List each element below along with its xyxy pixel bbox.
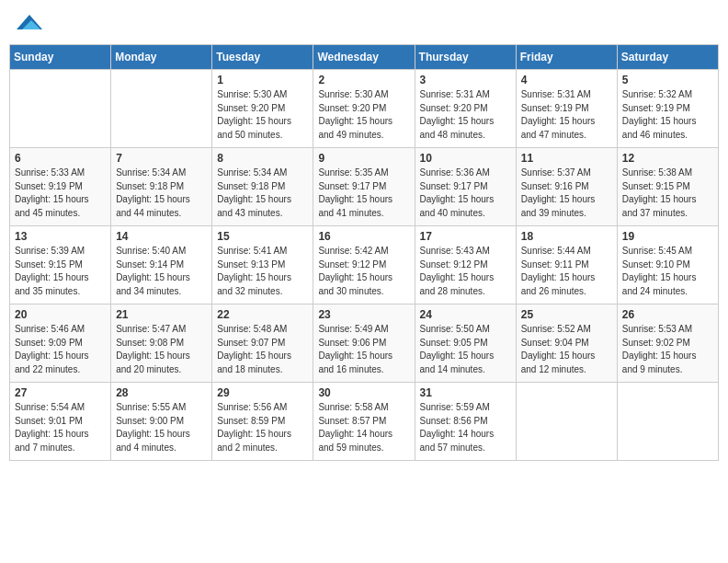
weekday-header-saturday: Saturday (617, 45, 718, 70)
day-info: Sunrise: 5:44 AMSunset: 9:11 PMDaylight:… (521, 245, 612, 298)
day-info: Sunrise: 5:45 AMSunset: 9:10 PMDaylight:… (622, 245, 713, 298)
calendar-cell: 19Sunrise: 5:45 AMSunset: 9:10 PMDayligh… (617, 226, 718, 304)
day-info: Sunrise: 5:32 AMSunset: 9:19 PMDaylight:… (622, 88, 713, 142)
calendar-cell: 6Sunrise: 5:33 AMSunset: 9:19 PMDaylight… (10, 148, 111, 226)
calendar-week-5: 27Sunrise: 5:54 AMSunset: 9:01 PMDayligh… (10, 383, 719, 461)
calendar-cell: 3Sunrise: 5:31 AMSunset: 9:20 PMDaylight… (415, 70, 516, 148)
day-info: Sunrise: 5:40 AMSunset: 9:14 PMDaylight:… (116, 245, 207, 298)
calendar-cell: 12Sunrise: 5:38 AMSunset: 9:15 PMDayligh… (617, 148, 718, 226)
day-number: 20 (15, 308, 106, 321)
day-number: 13 (15, 230, 106, 243)
day-info: Sunrise: 5:43 AMSunset: 9:12 PMDaylight:… (420, 245, 511, 298)
calendar-cell: 2Sunrise: 5:30 AMSunset: 9:20 PMDaylight… (313, 70, 415, 148)
weekday-header-tuesday: Tuesday (212, 45, 313, 70)
day-number: 27 (15, 386, 106, 399)
calendar-cell: 14Sunrise: 5:40 AMSunset: 9:14 PMDayligh… (111, 226, 212, 304)
calendar-cell: 25Sunrise: 5:52 AMSunset: 9:04 PMDayligh… (516, 304, 617, 383)
day-info: Sunrise: 5:56 AMSunset: 8:59 PMDaylight:… (217, 401, 308, 454)
day-number: 22 (217, 308, 308, 321)
weekday-header-monday: Monday (111, 45, 212, 70)
day-info: Sunrise: 5:55 AMSunset: 9:00 PMDaylight:… (116, 401, 207, 454)
day-info: Sunrise: 5:37 AMSunset: 9:16 PMDaylight:… (521, 167, 612, 220)
day-number: 23 (318, 308, 409, 321)
day-info: Sunrise: 5:54 AMSunset: 9:01 PMDaylight:… (15, 401, 106, 454)
day-info: Sunrise: 5:34 AMSunset: 9:18 PMDaylight:… (116, 167, 207, 220)
day-info: Sunrise: 5:39 AMSunset: 9:15 PMDaylight:… (15, 245, 106, 298)
calendar-cell (111, 70, 212, 148)
calendar-week-3: 13Sunrise: 5:39 AMSunset: 9:15 PMDayligh… (10, 226, 719, 304)
day-info: Sunrise: 5:38 AMSunset: 9:15 PMDaylight:… (622, 167, 713, 220)
calendar-week-1: 1Sunrise: 5:30 AMSunset: 9:20 PMDaylight… (10, 70, 719, 148)
day-number: 19 (622, 230, 713, 243)
calendar-cell: 28Sunrise: 5:55 AMSunset: 9:00 PMDayligh… (111, 383, 212, 461)
day-info: Sunrise: 5:41 AMSunset: 9:13 PMDaylight:… (217, 245, 308, 298)
day-info: Sunrise: 5:59 AMSunset: 8:56 PMDaylight:… (420, 401, 511, 454)
day-info: Sunrise: 5:31 AMSunset: 9:20 PMDaylight:… (420, 88, 511, 142)
day-info: Sunrise: 5:47 AMSunset: 9:08 PMDaylight:… (116, 323, 207, 376)
calendar-cell (10, 70, 111, 148)
day-number: 10 (420, 152, 511, 165)
calendar-cell: 31Sunrise: 5:59 AMSunset: 8:56 PMDayligh… (415, 383, 516, 461)
calendar-cell: 24Sunrise: 5:50 AMSunset: 9:05 PMDayligh… (415, 304, 516, 383)
calendar-cell: 23Sunrise: 5:49 AMSunset: 9:06 PMDayligh… (313, 304, 415, 383)
calendar-cell: 1Sunrise: 5:30 AMSunset: 9:20 PMDaylight… (212, 70, 313, 148)
calendar-cell: 16Sunrise: 5:42 AMSunset: 9:12 PMDayligh… (313, 226, 415, 304)
day-number: 28 (116, 386, 207, 399)
day-number: 4 (521, 74, 612, 86)
day-number: 18 (521, 230, 612, 243)
day-number: 17 (420, 230, 511, 243)
day-number: 26 (622, 308, 713, 321)
calendar-cell: 7Sunrise: 5:34 AMSunset: 9:18 PMDaylight… (111, 148, 212, 226)
calendar-cell: 18Sunrise: 5:44 AMSunset: 9:11 PMDayligh… (516, 226, 617, 304)
weekday-header-row: SundayMondayTuesdayWednesdayThursdayFrid… (10, 45, 719, 70)
day-number: 14 (116, 230, 207, 243)
calendar-cell: 9Sunrise: 5:35 AMSunset: 9:17 PMDaylight… (313, 148, 415, 226)
weekday-header-wednesday: Wednesday (313, 45, 415, 70)
calendar-cell: 4Sunrise: 5:31 AMSunset: 9:19 PMDaylight… (516, 70, 617, 148)
day-info: Sunrise: 5:31 AMSunset: 9:19 PMDaylight:… (521, 88, 612, 142)
weekday-header-thursday: Thursday (415, 45, 516, 70)
day-info: Sunrise: 5:53 AMSunset: 9:02 PMDaylight:… (622, 323, 713, 376)
logo-icon (17, 13, 42, 33)
day-number: 7 (116, 152, 207, 165)
calendar-cell (617, 383, 718, 461)
day-info: Sunrise: 5:42 AMSunset: 9:12 PMDaylight:… (318, 245, 409, 298)
calendar-cell: 27Sunrise: 5:54 AMSunset: 9:01 PMDayligh… (10, 383, 111, 461)
day-info: Sunrise: 5:46 AMSunset: 9:09 PMDaylight:… (15, 323, 106, 376)
day-number: 16 (318, 230, 409, 243)
day-info: Sunrise: 5:58 AMSunset: 8:57 PMDaylight:… (318, 401, 409, 454)
day-info: Sunrise: 5:48 AMSunset: 9:07 PMDaylight:… (217, 323, 308, 376)
day-number: 29 (217, 386, 308, 399)
day-number: 30 (318, 386, 409, 399)
day-number: 15 (217, 230, 308, 243)
calendar-table: SundayMondayTuesdayWednesdayThursdayFrid… (9, 44, 719, 461)
weekday-header-sunday: Sunday (10, 45, 111, 70)
day-number: 24 (420, 308, 511, 321)
logo (17, 13, 44, 33)
day-info: Sunrise: 5:30 AMSunset: 9:20 PMDaylight:… (217, 88, 308, 142)
calendar-week-2: 6Sunrise: 5:33 AMSunset: 9:19 PMDaylight… (10, 148, 719, 226)
calendar-cell: 13Sunrise: 5:39 AMSunset: 9:15 PMDayligh… (10, 226, 111, 304)
day-info: Sunrise: 5:52 AMSunset: 9:04 PMDaylight:… (521, 323, 612, 376)
day-number: 25 (521, 308, 612, 321)
day-number: 2 (318, 74, 409, 86)
calendar-cell: 17Sunrise: 5:43 AMSunset: 9:12 PMDayligh… (415, 226, 516, 304)
day-number: 1 (217, 74, 308, 86)
day-number: 6 (15, 152, 106, 165)
day-info: Sunrise: 5:33 AMSunset: 9:19 PMDaylight:… (15, 167, 106, 220)
calendar-cell: 15Sunrise: 5:41 AMSunset: 9:13 PMDayligh… (212, 226, 313, 304)
calendar-cell: 8Sunrise: 5:34 AMSunset: 9:18 PMDaylight… (212, 148, 313, 226)
day-info: Sunrise: 5:34 AMSunset: 9:18 PMDaylight:… (217, 167, 308, 220)
weekday-header-friday: Friday (516, 45, 617, 70)
calendar-cell: 26Sunrise: 5:53 AMSunset: 9:02 PMDayligh… (617, 304, 718, 383)
calendar-cell: 22Sunrise: 5:48 AMSunset: 9:07 PMDayligh… (212, 304, 313, 383)
header (9, 9, 719, 37)
calendar-cell: 11Sunrise: 5:37 AMSunset: 9:16 PMDayligh… (516, 148, 617, 226)
day-number: 5 (622, 74, 713, 86)
day-number: 8 (217, 152, 308, 165)
day-number: 31 (420, 386, 511, 399)
day-info: Sunrise: 5:30 AMSunset: 9:20 PMDaylight:… (318, 88, 409, 142)
day-info: Sunrise: 5:50 AMSunset: 9:05 PMDaylight:… (420, 323, 511, 376)
calendar-cell: 30Sunrise: 5:58 AMSunset: 8:57 PMDayligh… (313, 383, 415, 461)
day-number: 3 (420, 74, 511, 86)
